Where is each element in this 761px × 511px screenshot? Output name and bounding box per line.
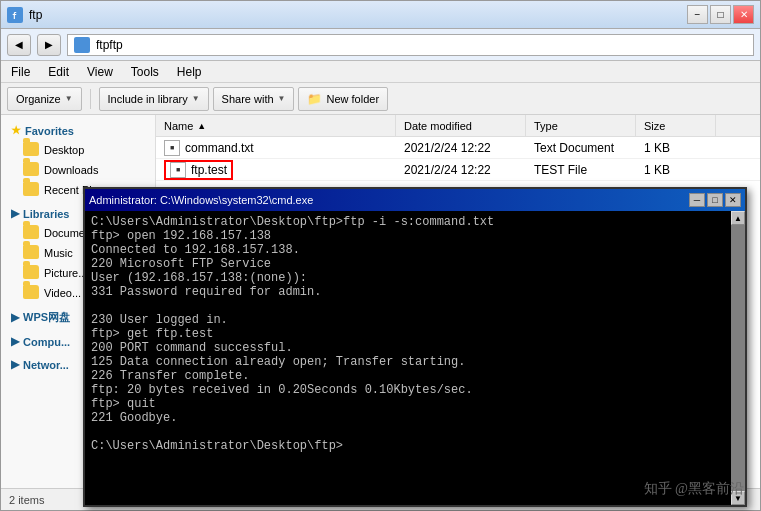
videos-folder-icon [23, 285, 39, 301]
organize-button[interactable]: Organize ▼ [7, 87, 82, 111]
address-ftp: ftp [109, 38, 122, 52]
cmd-close-button[interactable]: ✕ [725, 193, 741, 207]
title-bar-buttons: − □ ✕ [687, 5, 754, 24]
sidebar-item-desktop[interactable]: Desktop [1, 140, 155, 160]
file-name-cell: ■ command.txt [156, 140, 396, 156]
share-dropdown-arrow: ▼ [278, 94, 286, 103]
back-button[interactable]: ◀ [7, 34, 31, 56]
network-triangle-icon: ▶ [11, 358, 19, 371]
documents-folder-icon [23, 225, 39, 241]
desktop-folder-icon [23, 142, 39, 158]
svg-text:f: f [12, 12, 17, 20]
cmd-window: Administrator: C:\Windows\system32\cmd.e… [83, 187, 747, 507]
title-bar: f ftp − □ ✕ [1, 1, 760, 29]
sidebar-item-downloads[interactable]: Downloads [1, 160, 155, 180]
recent-folder-icon [23, 182, 39, 198]
wps-triangle-icon: ▶ [11, 311, 19, 324]
cmd-title-buttons: ─ □ ✕ [689, 193, 741, 207]
explorer-window: f ftp − □ ✕ ◀ ▶ ftp ftp File Edit View T… [0, 0, 761, 511]
pictures-folder-icon [23, 265, 39, 281]
maximize-button[interactable]: □ [710, 5, 731, 24]
status-text: 2 items [9, 494, 44, 506]
libraries-triangle-icon: ▶ [11, 207, 19, 220]
cmd-body[interactable]: C:\Users\Administrator\Desktop\ftp>ftp -… [85, 211, 731, 505]
menu-help[interactable]: Help [173, 63, 206, 81]
include-library-button[interactable]: Include in library ▼ [99, 87, 209, 111]
cmd-scroll-up-button[interactable]: ▲ [731, 211, 745, 225]
cmd-maximize-button[interactable]: □ [707, 193, 723, 207]
sort-asc-icon: ▲ [197, 121, 206, 131]
cmd-title-bar: Administrator: C:\Windows\system32\cmd.e… [85, 189, 745, 211]
cmd-title-text: Administrator: C:\Windows\system32\cmd.e… [89, 194, 313, 206]
minimize-button[interactable]: − [687, 5, 708, 24]
cmd-scroll-track [731, 225, 745, 491]
menu-edit[interactable]: Edit [44, 63, 73, 81]
computer-triangle-icon: ▶ [11, 335, 19, 348]
downloads-folder-icon [23, 162, 39, 178]
file-size-cell: 1 KB [636, 141, 716, 155]
forward-button[interactable]: ▶ [37, 34, 61, 56]
menu-bar: File Edit View Tools Help [1, 61, 760, 83]
cmd-scrollbar: ▲ ▼ [731, 211, 745, 505]
col-header-date[interactable]: Date modified [396, 115, 526, 136]
address-bar: ◀ ▶ ftp ftp [1, 29, 760, 61]
svg-rect-2 [77, 40, 87, 50]
title-bar-text: ftp [29, 8, 687, 22]
music-folder-icon [23, 245, 39, 261]
toolbar: Organize ▼ Include in library ▼ Share wi… [1, 83, 760, 115]
col-header-type[interactable]: Type [526, 115, 636, 136]
highlighted-file-box: ■ ftp.test [164, 160, 233, 180]
test-file-icon: ■ [170, 162, 186, 178]
title-bar-icon: f [7, 7, 23, 23]
address-field-icon [74, 37, 90, 53]
favorites-star-icon: ★ [11, 124, 21, 137]
address-text: ftp [96, 38, 109, 52]
txt-file-icon: ■ [164, 140, 180, 156]
col-header-size[interactable]: Size [636, 115, 716, 136]
menu-file[interactable]: File [7, 63, 34, 81]
menu-view[interactable]: View [83, 63, 117, 81]
address-field[interactable]: ftp ftp [67, 34, 754, 56]
file-date-cell: 2021/2/24 12:22 [396, 141, 526, 155]
share-with-button[interactable]: Share with ▼ [213, 87, 295, 111]
new-folder-icon: 📁 [307, 92, 322, 106]
cmd-scroll-down-button[interactable]: ▼ [731, 491, 745, 505]
toolbar-divider-1 [90, 89, 91, 109]
file-list-header: Name ▲ Date modified Type Size [156, 115, 760, 137]
include-dropdown-arrow: ▼ [192, 94, 200, 103]
col-header-name[interactable]: Name ▲ [156, 115, 396, 136]
close-button[interactable]: ✕ [733, 5, 754, 24]
file-size-cell: 1 KB [636, 163, 716, 177]
new-folder-button[interactable]: 📁 New folder [298, 87, 388, 111]
cmd-content-area: C:\Users\Administrator\Desktop\ftp>ftp -… [85, 211, 745, 505]
cmd-minimize-button[interactable]: ─ [689, 193, 705, 207]
menu-tools[interactable]: Tools [127, 63, 163, 81]
file-type-cell: TEST File [526, 163, 636, 177]
file-name-cell: ■ ftp.test [156, 160, 396, 180]
table-row[interactable]: ■ command.txt 2021/2/24 12:22 Text Docum… [156, 137, 760, 159]
file-type-cell: Text Document [526, 141, 636, 155]
organize-dropdown-arrow: ▼ [65, 94, 73, 103]
file-date-cell: 2021/2/24 12:22 [396, 163, 526, 177]
table-row[interactable]: ■ ftp.test 2021/2/24 12:22 TEST File 1 K… [156, 159, 760, 181]
